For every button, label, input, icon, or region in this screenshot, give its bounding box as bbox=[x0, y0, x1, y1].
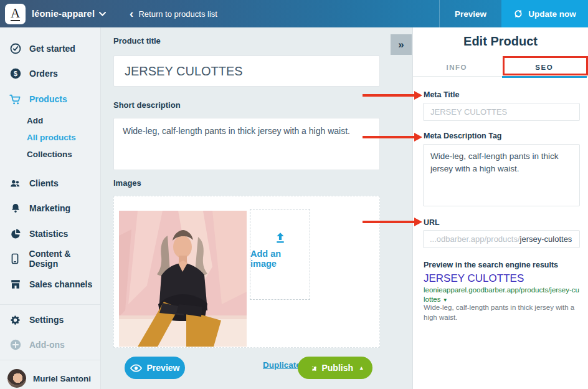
short-description-label: Short description bbox=[113, 100, 181, 110]
sidebar-item-label: Marketing bbox=[29, 203, 70, 213]
preview-label: Preview bbox=[455, 9, 486, 19]
chevron-left-icon: ‹ bbox=[130, 7, 133, 19]
app-logo-letter: A bbox=[11, 7, 20, 19]
app-logo[interactable]: A bbox=[5, 4, 26, 24]
sidebar-subitem-label: Collections bbox=[27, 150, 72, 159]
phone-icon bbox=[9, 253, 21, 265]
short-description-input[interactable] bbox=[113, 118, 380, 170]
images-card: Add an image bbox=[113, 196, 380, 348]
meta-description-label: Meta Description Tag bbox=[424, 132, 501, 140]
sidebar-item-sales-channels[interactable]: Sales channels bbox=[0, 277, 100, 292]
product-title-label: Product title bbox=[113, 36, 161, 46]
tab-seo[interactable]: SEO bbox=[501, 59, 588, 76]
cart-icon bbox=[9, 94, 21, 105]
publish-button[interactable]: Publish ▴ bbox=[298, 357, 372, 379]
sidebar-divider bbox=[0, 360, 100, 360]
sidebar-item-label: Orders bbox=[29, 69, 58, 79]
sidebar-item-label: Products bbox=[29, 94, 67, 104]
url-input[interactable]: ...odbarber.app/products/jersey-culottes bbox=[423, 230, 580, 248]
add-image-label: Add an image bbox=[250, 249, 310, 269]
sidebar-item-label: Statistics bbox=[29, 229, 68, 239]
serp-result-url: leonieapparel.goodbarber.app/products/je… bbox=[424, 286, 581, 304]
url-prefix: ...odbarber.app/products/ bbox=[430, 234, 520, 244]
sidebar-subitem-label: All products bbox=[27, 133, 76, 142]
avatar bbox=[7, 369, 26, 388]
user-account-row[interactable]: Muriel Santoni bbox=[0, 365, 100, 389]
sidebar-item-label: Get started bbox=[29, 44, 75, 54]
people-icon bbox=[9, 178, 21, 190]
app-switcher[interactable]: léonie-apparel bbox=[32, 9, 106, 19]
preview-button[interactable]: Preview bbox=[125, 357, 185, 379]
sidebar-item-label: Settings bbox=[29, 315, 64, 325]
sidebar-item-clients[interactable]: Clients bbox=[0, 176, 100, 191]
sidebar-item-statistics[interactable]: Statistics bbox=[0, 226, 100, 241]
meta-title-input[interactable] bbox=[423, 103, 580, 121]
product-title-input[interactable] bbox=[113, 55, 380, 87]
url-label: URL bbox=[424, 218, 440, 227]
dollar-circle-icon: $ bbox=[9, 68, 21, 80]
topbar-preview-button[interactable]: Preview bbox=[439, 0, 501, 27]
eye-icon bbox=[130, 364, 142, 372]
sidebar-item-collections[interactable]: Collections bbox=[0, 148, 100, 160]
user-name: Muriel Santoni bbox=[33, 374, 91, 383]
sidebar-item-add[interactable]: Add bbox=[0, 114, 100, 127]
product-editor-window: A léonie-apparel ‹ Return to products li… bbox=[0, 0, 588, 389]
product-photo[interactable] bbox=[119, 211, 247, 347]
sidebar-item-label: Sales channels bbox=[29, 279, 92, 289]
bell-icon bbox=[9, 203, 21, 214]
check-circle-icon bbox=[9, 43, 21, 55]
meta-title-label: Meta Title bbox=[424, 90, 459, 99]
publish-gear-icon bbox=[307, 363, 317, 373]
sidebar-item-label: Add-ons bbox=[29, 340, 65, 350]
serp-result-description: Wide-leg, calf-length pants in thick jer… bbox=[424, 303, 579, 322]
gear-icon bbox=[9, 314, 21, 326]
sidebar-subitem-label: Add bbox=[27, 116, 43, 125]
chevron-down-icon bbox=[99, 12, 106, 16]
serp-caret-icon: ▼ bbox=[443, 297, 448, 303]
sidebar-item-all-products[interactable]: All products bbox=[0, 131, 100, 143]
sidebar-item-add-ons[interactable]: Add-ons bbox=[0, 337, 100, 352]
product-form: » Product title Short description Images bbox=[101, 27, 412, 389]
url-slug: jersey-culottes bbox=[520, 234, 572, 244]
collapse-panel-button[interactable]: » bbox=[391, 34, 412, 55]
meta-description-input[interactable] bbox=[423, 144, 580, 206]
sidebar-item-settings[interactable]: Settings bbox=[0, 312, 100, 327]
svg-text:$: $ bbox=[14, 70, 17, 77]
sidebar-item-marketing[interactable]: Marketing bbox=[0, 201, 100, 216]
app-logo-caption bbox=[11, 20, 20, 21]
sidebar: Get started $ Orders Products Add All pr… bbox=[0, 27, 101, 389]
preview-button-label: Preview bbox=[147, 363, 180, 373]
back-label: Return to products list bbox=[138, 9, 217, 19]
images-label: Images bbox=[113, 178, 141, 188]
storefront-icon bbox=[9, 279, 21, 291]
edit-product-panel: Edit Product INFO SEO Meta Title Meta De… bbox=[412, 27, 588, 389]
back-to-products-link[interactable]: ‹ Return to products list bbox=[130, 9, 217, 19]
sidebar-item-content-design[interactable]: Content & Design bbox=[0, 251, 100, 266]
update-label: Update now bbox=[528, 9, 576, 19]
tab-info[interactable]: INFO bbox=[413, 59, 501, 76]
publish-caret-icon[interactable]: ▴ bbox=[360, 365, 363, 371]
add-image-dropzone[interactable]: Add an image bbox=[250, 209, 310, 300]
plus-circle-icon bbox=[9, 339, 21, 351]
panel-title: Edit Product bbox=[413, 34, 588, 49]
app-name: léonie-apparel bbox=[32, 9, 95, 19]
sidebar-item-get-started[interactable]: Get started bbox=[0, 41, 100, 56]
sidebar-item-products[interactable]: Products bbox=[0, 92, 100, 107]
sidebar-item-label: Content & Design bbox=[29, 249, 100, 269]
sidebar-item-label: Clients bbox=[29, 178, 59, 188]
upload-icon bbox=[273, 231, 287, 245]
serp-result-title: JERSEY CULOTTES bbox=[424, 272, 524, 285]
update-now-button[interactable]: Update now bbox=[501, 0, 588, 27]
sync-icon bbox=[513, 9, 523, 19]
serp-preview-heading: Preview in the search engine results bbox=[424, 261, 558, 269]
sidebar-item-orders[interactable]: $ Orders bbox=[0, 66, 100, 81]
publish-button-label: Publish bbox=[321, 363, 353, 373]
pie-chart-icon bbox=[9, 228, 21, 240]
topbar: A léonie-apparel ‹ Return to products li… bbox=[0, 0, 588, 27]
sidebar-divider bbox=[0, 304, 100, 305]
panel-tabs: INFO SEO bbox=[413, 59, 588, 77]
duplicate-link[interactable]: Duplicate bbox=[263, 360, 301, 370]
